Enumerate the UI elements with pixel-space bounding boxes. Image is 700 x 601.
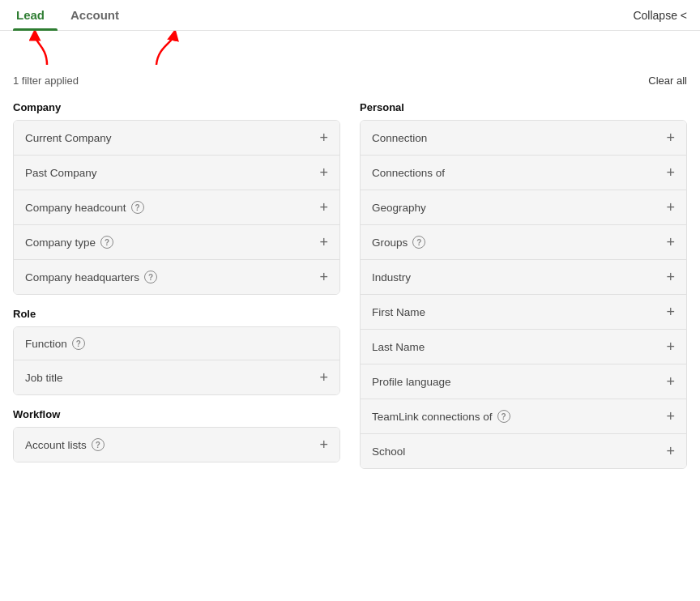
workflow-section-title: Workflow — [13, 408, 340, 420]
help-icon: ? — [131, 201, 144, 214]
help-icon: ? — [100, 236, 113, 249]
plus-icon: + — [666, 270, 675, 284]
left-column: Company Current Company + Past Company +… — [13, 95, 340, 482]
help-icon: ? — [497, 410, 510, 423]
filter-bar: 1 filter applied Clear all — [0, 66, 700, 95]
main-content: Company Current Company + Past Company +… — [0, 95, 700, 482]
plus-icon: + — [666, 200, 675, 215]
plus-icon: + — [319, 130, 328, 145]
plus-icon: + — [666, 374, 675, 389]
filter-geography[interactable]: Geography + — [361, 190, 686, 225]
filter-last-name[interactable]: Last Name + — [361, 330, 686, 364]
role-section-title: Role — [13, 308, 340, 320]
filter-connection[interactable]: Connection + — [361, 121, 686, 156]
help-icon: ? — [412, 236, 425, 249]
tab-lead[interactable]: Lead — [13, 0, 58, 30]
personal-section-title: Personal — [360, 101, 687, 113]
filter-applied-text: 1 filter applied — [13, 75, 79, 87]
plus-icon: + — [666, 235, 675, 249]
filter-past-company[interactable]: Past Company + — [14, 156, 339, 190]
plus-icon: + — [666, 444, 675, 458]
plus-icon: + — [666, 165, 675, 180]
plus-icon: + — [319, 370, 328, 385]
right-column: Personal Connection + Connections of + G… — [360, 95, 687, 482]
filter-current-company[interactable]: Current Company + — [14, 121, 339, 156]
plus-icon: + — [319, 200, 328, 215]
arrows-annotation — [0, 31, 700, 66]
plus-icon: + — [666, 409, 675, 424]
filter-first-name[interactable]: First Name + — [361, 295, 686, 330]
filter-school[interactable]: School + — [361, 434, 686, 468]
help-icon: ? — [144, 271, 157, 283]
plus-icon: + — [319, 437, 328, 452]
plus-icon: + — [319, 235, 328, 249]
help-icon: ? — [72, 337, 85, 350]
filter-teamlink-connections[interactable]: TeamLink connections of ? + — [361, 399, 686, 434]
plus-icon: + — [666, 130, 675, 145]
filter-profile-language[interactable]: Profile language + — [361, 364, 686, 399]
plus-icon: + — [319, 165, 328, 180]
personal-filter-group: Connection + Connections of + Geography … — [360, 120, 687, 469]
plus-icon: + — [666, 305, 675, 319]
company-section-title: Company — [13, 101, 340, 113]
filter-job-title[interactable]: Job title + — [14, 360, 339, 394]
filter-connections-of[interactable]: Connections of + — [361, 156, 686, 190]
filter-account-lists[interactable]: Account lists ? + — [14, 428, 339, 462]
plus-icon: + — [319, 270, 328, 284]
arrow-2-icon — [150, 31, 190, 66]
filter-company-type[interactable]: Company type ? + — [14, 225, 339, 260]
role-filter-group: Function ? Job title + — [13, 326, 340, 395]
filter-groups[interactable]: Groups ? + — [361, 225, 686, 260]
filter-function[interactable]: Function ? — [14, 327, 339, 360]
workflow-filter-group: Account lists ? + — [13, 427, 340, 462]
filter-industry[interactable]: Industry + — [361, 260, 686, 295]
arrow-1-icon — [23, 31, 63, 66]
help-icon: ? — [92, 438, 105, 451]
tab-account[interactable]: Account — [58, 0, 132, 30]
collapse-button[interactable]: Collapse < — [633, 9, 687, 22]
plus-icon: + — [666, 339, 675, 354]
company-filter-group: Current Company + Past Company + Company… — [13, 120, 340, 295]
filter-company-headcount[interactable]: Company headcount ? + — [14, 190, 339, 225]
clear-all-button[interactable]: Clear all — [648, 75, 687, 87]
tabs-container: Lead Account Collapse < — [0, 0, 700, 31]
filter-company-headquarters[interactable]: Company headquarters ? + — [14, 260, 339, 294]
